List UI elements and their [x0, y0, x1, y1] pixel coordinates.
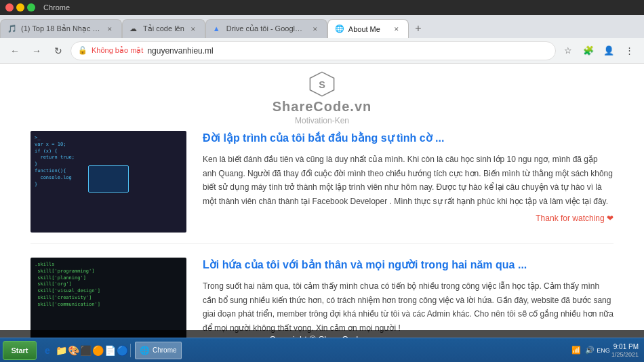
avatar-button[interactable]: 👤 — [599, 41, 618, 60]
tray-date: 1/25/2021 — [611, 351, 639, 358]
tray-network[interactable]: 📶 — [571, 345, 582, 356]
taskbar: Start e 📁 🎨 ⬛ 🟠 📄 🔵 🌐 Chrome 📶 🔊 ENG 9:0… — [0, 338, 644, 362]
tray-clock[interactable]: 9:01 PM 1/25/2021 — [611, 342, 639, 358]
quick-doc[interactable]: 📄 — [104, 345, 115, 356]
close-btn[interactable] — [5, 3, 14, 12]
post-title-2[interactable]: Lời hứa của tôi với bản thân và mọi ngườ… — [203, 258, 613, 273]
post-image-placeholder-1: >_var x = 10;if (x) { return true;}funct… — [31, 131, 186, 233]
page-header: S ShareCode.vn Motivation-Ken — [31, 71, 613, 131]
quick-paint[interactable]: 🎨 — [68, 345, 79, 356]
post-body-1: Ken là biết đánh đầu tiên và cũng là duy… — [203, 153, 613, 208]
tray-time: 9:01 PM — [611, 342, 639, 351]
tray-volume[interactable]: 🔊 — [584, 345, 595, 356]
taskbar-tray: 📶 🔊 ENG 9:01 PM 1/25/2021 — [568, 342, 641, 358]
nav-actions: ☆ 🧩 👤 ⋮ — [559, 41, 639, 60]
browser-chrome: Chrome 🎵 (1) Top 18 Bản Nhạc EDM T... ✕ … — [0, 0, 644, 64]
tab-2[interactable]: ☁ Tải code lên ✕ — [122, 19, 205, 38]
post-content-1: Đời lập trình của tôi bắt đầu bằng sự tì… — [203, 131, 613, 233]
taskbar-chrome-label: Chrome — [153, 346, 177, 354]
start-button[interactable]: Start — [3, 341, 37, 360]
taskbar-chrome[interactable]: 🌐 Chrome — [135, 342, 182, 359]
site-logo: S — [31, 71, 613, 98]
tab-close-2[interactable]: ✕ — [188, 24, 198, 34]
post-body-2: Trong suốt hai năm qua, tôi cảm thấy mìn… — [203, 279, 613, 335]
taskbar-chrome-icon: 🌐 — [140, 346, 150, 355]
extension-button[interactable]: 🧩 — [579, 41, 598, 60]
quick-circle[interactable]: 🟠 — [92, 345, 103, 356]
tab-3[interactable]: ▲ Drive của tôi - Google Drive ✕ — [205, 19, 327, 38]
post-image-1: >_var x = 10;if (x) { return true;}funct… — [31, 131, 186, 233]
menu-button[interactable]: ⋮ — [620, 41, 639, 60]
tab-close-1[interactable]: ✕ — [105, 24, 115, 34]
logo-svg: S — [308, 71, 336, 98]
quick-launch: e 📁 🎨 ⬛ 🟠 📄 🔵 — [41, 344, 131, 357]
bookmark-button[interactable]: ☆ — [559, 41, 578, 60]
monitor-overlay — [88, 165, 129, 193]
quick-dark[interactable]: ⬛ — [80, 345, 91, 356]
post-footer-1: Thank for watching ❤ — [203, 214, 613, 223]
post-title-1[interactable]: Đời lập trình của tôi bắt đầu bằng sự tì… — [203, 131, 613, 146]
security-icon: 🔓 — [78, 46, 87, 55]
tab-4[interactable]: 🌐 About Me ✕ — [327, 19, 409, 38]
forward-button[interactable]: → — [27, 41, 46, 60]
address-bar-container: 🔓 Không bảo mật — [71, 41, 556, 60]
minimize-btn[interactable] — [16, 3, 24, 12]
tab-1[interactable]: 🎵 (1) Top 18 Bản Nhạc EDM T... ✕ — [0, 19, 122, 38]
tab-close-4[interactable]: ✕ — [392, 24, 401, 34]
quick-folder[interactable]: 📁 — [56, 345, 66, 356]
taskbar-items: 🌐 Chrome — [135, 342, 567, 359]
reload-button[interactable]: ↻ — [49, 41, 68, 60]
back-button[interactable]: ← — [5, 41, 24, 60]
svg-text:S: S — [319, 79, 325, 90]
nav-bar: ← → ↻ 🔓 Không bảo mật ☆ 🧩 👤 ⋮ — [0, 38, 644, 64]
url-input[interactable] — [147, 46, 548, 56]
title-bar: Chrome — [0, 0, 644, 15]
tray-lang: ENG — [598, 345, 609, 356]
tab-label-3: Drive của tôi - Google Drive — [226, 24, 306, 33]
tab-label-4: About Me — [348, 25, 388, 33]
maximize-btn[interactable] — [27, 3, 35, 12]
tab-bar: 🎵 (1) Top 18 Bản Nhạc EDM T... ✕ ☁ Tải c… — [0, 15, 644, 38]
tray-lang-text: ENG — [597, 347, 610, 354]
security-label: Không bảo mật — [92, 46, 143, 55]
quick-blue[interactable]: 🔵 — [117, 345, 127, 356]
title-bar-text: Chrome — [43, 3, 70, 12]
tab-favicon-1: 🎵 — [7, 24, 17, 34]
new-tab-button[interactable]: + — [409, 19, 428, 38]
site-title: ShareCode.vn — [31, 99, 613, 115]
blog-post-1: >_var x = 10;if (x) { return true;}funct… — [31, 131, 613, 244]
tab-label-1: (1) Top 18 Bản Nhạc EDM T... — [21, 24, 101, 33]
page-content: S ShareCode.vn Motivation-Ken >_var x = … — [0, 64, 644, 348]
tab-label-2: Tải code lên — [143, 24, 184, 33]
quick-ie[interactable]: e — [41, 344, 54, 357]
tab-close-3[interactable]: ✕ — [310, 24, 320, 34]
page-subtitle: Motivation-Ken — [31, 116, 613, 125]
start-label: Start — [11, 346, 28, 355]
tab-favicon-2: ☁ — [129, 24, 139, 34]
tab-favicon-3: ▲ — [213, 24, 222, 34]
tab-favicon-4: 🌐 — [335, 24, 344, 34]
